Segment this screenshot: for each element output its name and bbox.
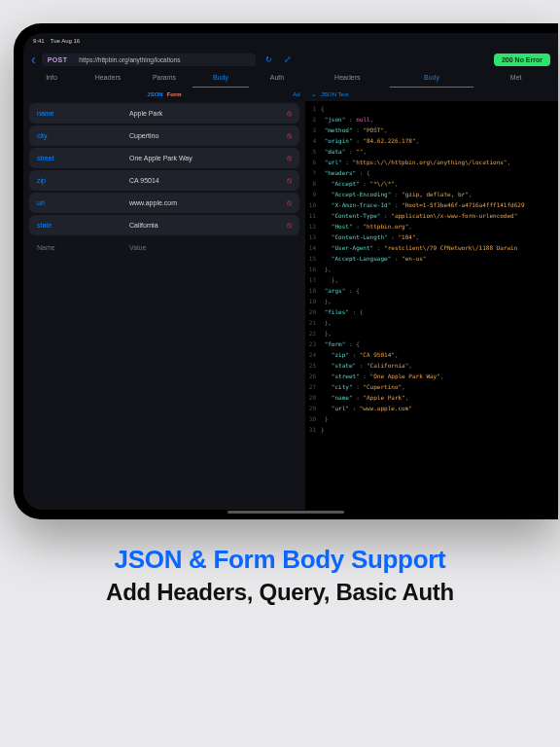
json-viewer[interactable]: 1234567891011121314151617181920212223242… — [305, 101, 558, 510]
status-time: 9:41 — [33, 38, 45, 44]
delete-icon[interactable]: ⦸ — [287, 131, 292, 141]
refresh-icon[interactable]: ↻ — [265, 55, 272, 64]
form-key[interactable]: city — [37, 132, 129, 139]
delete-icon[interactable]: ⦸ — [287, 198, 292, 208]
form-value[interactable]: CA 95014 — [129, 177, 287, 184]
form-row-new[interactable]: Name Value — [29, 237, 299, 257]
status-badge: 200 No Error — [494, 53, 550, 66]
form-value[interactable]: Apple Park — [129, 110, 287, 117]
tab-res-metrics[interactable]: Met — [473, 70, 558, 88]
delete-icon[interactable]: ⦸ — [287, 221, 292, 231]
response-tabs: Headers Body Met — [305, 70, 558, 88]
tab-body[interactable]: Body — [192, 70, 249, 88]
json-code: { "json" : null, "method" : "POST", "ori… — [321, 103, 558, 435]
delete-icon[interactable]: ⦸ — [287, 154, 292, 163]
split-panes: name Apple Park ⦸ city Cupertino ⦸ stree… — [23, 101, 558, 510]
form-key[interactable]: url — [37, 199, 129, 206]
sub-toolbar: JSON Form Ad ⌄ JSON Text — [23, 88, 558, 101]
tab-bar: Info Headers Params Body Auth Headers Bo… — [23, 70, 558, 88]
form-value[interactable]: Cupertino — [129, 132, 287, 139]
expand-icon[interactable]: ⤢ — [284, 54, 292, 64]
form-value[interactable]: One Apple Park Way — [129, 155, 287, 161]
viewer-mode-label[interactable]: JSON Text — [321, 91, 349, 97]
form-row: zip CA 95014 ⦸ — [29, 170, 299, 191]
status-bar: 9:41 Tue Aug 16 — [23, 33, 558, 49]
delete-icon[interactable]: ⦸ — [287, 176, 292, 186]
form-value[interactable]: California — [129, 222, 287, 229]
body-mode-json[interactable]: JSON — [147, 91, 162, 97]
add-row-button[interactable]: Ad — [293, 91, 299, 97]
form-key[interactable]: state — [37, 222, 129, 229]
form-key-placeholder[interactable]: Name — [37, 244, 129, 251]
tab-auth[interactable]: Auth — [249, 70, 305, 88]
status-date: Tue Aug 16 — [51, 38, 80, 44]
form-value[interactable]: www.apple.com — [129, 199, 287, 206]
form-pane: name Apple Park ⦸ city Cupertino ⦸ stree… — [23, 101, 305, 510]
form-key[interactable]: street — [37, 155, 129, 161]
marketing-copy: JSON & Form Body Support Add Headers, Qu… — [0, 545, 560, 606]
chevron-down-icon[interactable]: ⌄ — [311, 90, 317, 98]
tab-info[interactable]: Info — [23, 70, 80, 88]
form-row: street One Apple Park Way ⦸ — [29, 148, 299, 168]
form-value-placeholder[interactable]: Value — [129, 244, 146, 251]
tab-params[interactable]: Params — [136, 70, 192, 88]
tab-res-body[interactable]: Body — [390, 70, 474, 88]
http-method-badge[interactable]: POST — [42, 53, 74, 66]
form-row: url www.apple.com ⦸ — [29, 193, 299, 213]
form-key[interactable]: zip — [37, 177, 129, 184]
delete-icon[interactable]: ⦸ — [287, 109, 292, 119]
form-row: city Cupertino ⦸ — [29, 125, 299, 146]
form-row: name Apple Park ⦸ — [29, 103, 299, 124]
tab-res-headers[interactable]: Headers — [305, 70, 390, 88]
line-numbers: 1234567891011121314151617181920212223242… — [305, 103, 319, 510]
back-button[interactable]: ‹ — [31, 52, 36, 67]
hero-title: JSON & Form Body Support — [0, 545, 560, 575]
body-mode-form[interactable]: Form — [167, 91, 182, 97]
form-row: state California ⦸ — [29, 215, 299, 235]
hero-subtitle: Add Headers, Query, Basic Auth — [0, 579, 560, 606]
app-screen: 9:41 Tue Aug 16 ‹ POST https://httpbin.o… — [23, 33, 558, 510]
tab-headers[interactable]: Headers — [80, 70, 136, 88]
request-tabs: Info Headers Params Body Auth — [23, 70, 305, 88]
form-key[interactable]: name — [37, 110, 129, 117]
nav-row: ‹ POST https://httpbin.org/anything/loca… — [23, 49, 558, 70]
tablet-frame: 9:41 Tue Aug 16 ‹ POST https://httpbin.o… — [14, 23, 558, 519]
url-field[interactable]: https://httpbin.org/anything/locations — [73, 53, 256, 66]
